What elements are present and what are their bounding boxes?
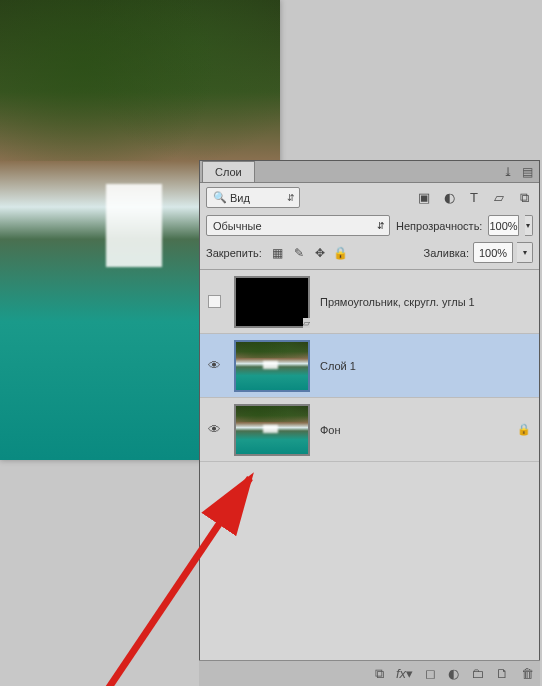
- search-icon: 🔍: [213, 191, 227, 204]
- lock-pixels-icon[interactable]: ▦: [271, 246, 285, 260]
- layer-thumbnail[interactable]: [234, 404, 310, 456]
- blend-mode-value: Обычные: [213, 220, 262, 232]
- filter-adjustment-icon[interactable]: ◐: [440, 189, 458, 207]
- layer-name[interactable]: Фон: [320, 424, 517, 436]
- layer-row[interactable]: ▱ Прямоугольник, скругл. углы 1: [200, 270, 539, 334]
- visibility-toggle[interactable]: 👁: [208, 422, 221, 437]
- new-group-icon[interactable]: 🗀: [471, 666, 484, 681]
- panel-tabbar: Слои ⤓ ▤: [200, 161, 539, 183]
- lock-label: Закрепить:: [206, 247, 262, 259]
- layer-thumbnail[interactable]: [234, 340, 310, 392]
- new-layer-icon[interactable]: 🗋: [496, 666, 509, 681]
- filter-text-icon[interactable]: T: [465, 189, 483, 207]
- opacity-label: Непрозрачность:: [396, 220, 482, 232]
- lock-all-icon[interactable]: 🔒: [334, 246, 348, 260]
- delete-layer-icon[interactable]: 🗑: [521, 666, 534, 681]
- tab-layers[interactable]: Слои: [202, 161, 255, 182]
- layer-name[interactable]: Слой 1: [320, 360, 531, 372]
- annotation-arrow: [0, 460, 280, 686]
- collapse-icon[interactable]: ⤓: [500, 164, 516, 179]
- shape-badge-icon: ▱: [303, 318, 310, 328]
- layer-row[interactable]: 👁 Слой 1: [200, 334, 539, 398]
- filter-dropdown[interactable]: 🔍 Вид ⇵: [206, 187, 300, 208]
- opacity-value[interactable]: 100%: [488, 215, 518, 236]
- link-layers-icon[interactable]: ⧉: [375, 666, 384, 682]
- add-mask-icon[interactable]: ◻: [425, 666, 436, 681]
- lock-brush-icon[interactable]: ✎: [292, 246, 306, 260]
- fill-stepper[interactable]: ▾: [517, 242, 533, 263]
- layer-row[interactable]: 👁 Фон 🔒: [200, 398, 539, 462]
- filter-image-icon[interactable]: ▣: [415, 189, 433, 207]
- lock-move-icon[interactable]: ✥: [313, 246, 327, 260]
- visibility-toggle[interactable]: 👁: [208, 358, 221, 373]
- fill-value[interactable]: 100%: [473, 242, 513, 263]
- layer-fx-icon[interactable]: fx▾: [396, 666, 413, 681]
- fill-label: Заливка:: [424, 247, 469, 259]
- filter-label: Вид: [230, 192, 250, 204]
- visibility-toggle[interactable]: [208, 295, 221, 308]
- lock-icon: 🔒: [517, 423, 531, 436]
- blend-mode-dropdown[interactable]: Обычные ⇵: [206, 215, 390, 236]
- filter-shape-icon[interactable]: ▱: [490, 189, 508, 207]
- chevron-down-icon: ⇵: [377, 221, 385, 231]
- layer-name[interactable]: Прямоугольник, скругл. углы 1: [320, 296, 531, 308]
- svg-line-0: [40, 478, 250, 686]
- chevron-down-icon: ⇵: [287, 193, 295, 203]
- opacity-stepper[interactable]: ▾: [525, 215, 533, 236]
- filter-smart-icon[interactable]: ⧉: [515, 189, 533, 207]
- panel-menu-icon[interactable]: ▤: [519, 164, 535, 179]
- fill-adjust-icon[interactable]: ◐: [448, 666, 459, 681]
- layer-thumbnail[interactable]: ▱: [234, 276, 310, 328]
